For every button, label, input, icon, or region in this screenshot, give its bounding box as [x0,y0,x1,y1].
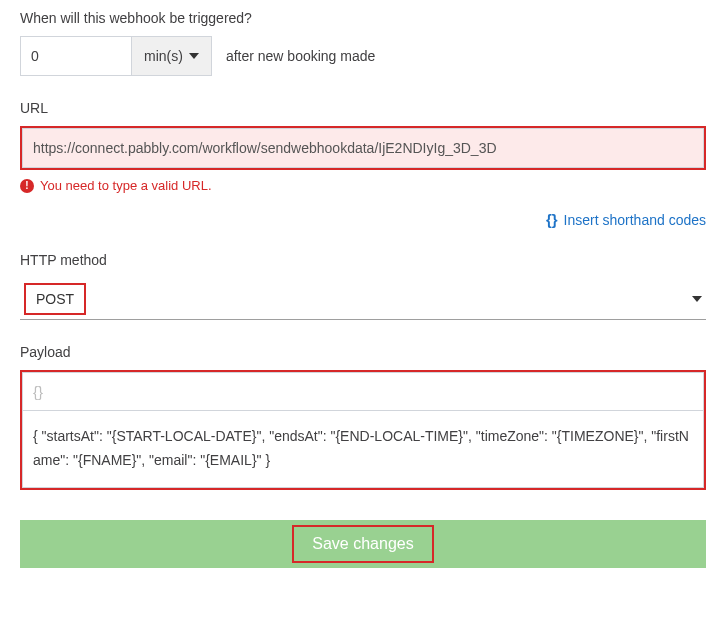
trigger-question: When will this webhook be triggered? [20,10,706,26]
http-method-value-highlight: POST [24,283,86,315]
save-label: Save changes [312,535,413,552]
caret-down-icon [692,296,702,302]
url-label: URL [20,100,706,116]
shorthand-label: Insert shorthand codes [564,212,706,228]
url-error-text: You need to type a valid URL. [40,178,212,193]
insert-shorthand-link[interactable]: {} Insert shorthand codes [20,211,706,228]
url-input-highlight [20,126,706,170]
payload-placeholder: {} [22,372,704,410]
caret-down-icon [189,53,199,59]
save-changes-button[interactable]: Save changes [20,520,706,568]
trigger-delay-input[interactable] [20,36,132,76]
payload-highlight: {} { "startsAt": "{START-LOCAL-DATE}", "… [20,370,706,490]
url-input[interactable] [22,128,704,168]
error-icon: ! [20,179,34,193]
trigger-row: min(s) after new booking made [20,36,706,76]
http-method-label: HTTP method [20,252,706,268]
trigger-suffix-text: after new booking made [226,48,375,64]
url-error-row: ! You need to type a valid URL. [20,178,706,193]
trigger-unit-select[interactable]: min(s) [132,36,212,76]
save-label-highlight: Save changes [292,525,433,563]
http-method-section: HTTP method POST [20,252,706,320]
http-method-value: POST [36,291,74,307]
http-method-select[interactable]: POST [20,278,706,320]
braces-icon: {} [546,211,558,228]
url-section: URL ! You need to type a valid URL. {} I… [20,100,706,228]
save-row: Save changes [20,520,706,568]
trigger-unit-label: min(s) [144,48,183,64]
payload-textarea[interactable]: { "startsAt": "{START-LOCAL-DATE}", "end… [22,410,704,488]
trigger-section: When will this webhook be triggered? min… [20,10,706,76]
payload-label: Payload [20,344,706,360]
payload-section: Payload {} { "startsAt": "{START-LOCAL-D… [20,344,706,490]
